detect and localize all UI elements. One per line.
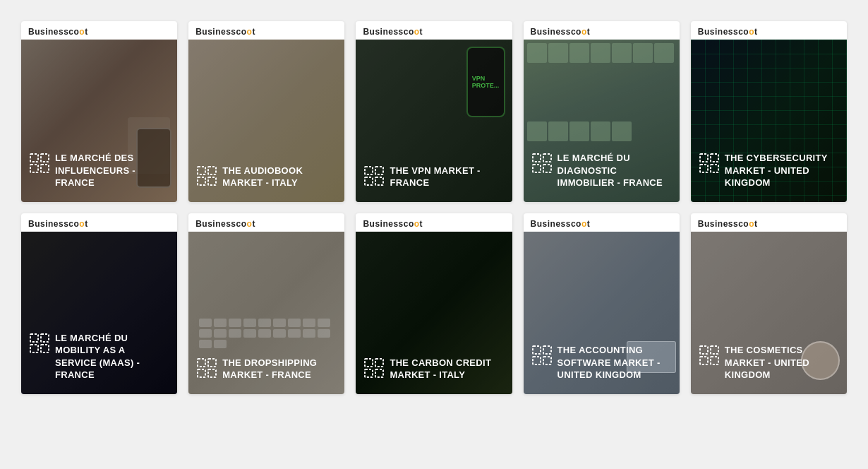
svg-rect-3 xyxy=(41,165,49,172)
card-category-icon xyxy=(197,166,217,189)
svg-rect-10 xyxy=(365,177,373,185)
svg-rect-0 xyxy=(30,154,38,162)
svg-rect-38 xyxy=(700,357,708,364)
svg-rect-1 xyxy=(41,154,49,162)
card-title-block: THE DROPSHIPPING MARKET - FRANCE xyxy=(197,357,336,381)
card-category-icon xyxy=(364,358,384,381)
svg-rect-28 xyxy=(365,359,373,367)
card-title: LE MARCHÉ DU DIAGNOSTIC IMMOBILIER - FRA… xyxy=(557,152,671,189)
card-title: THE AUDIOBOOK MARKET - ITALY xyxy=(222,165,336,189)
card-logo: Businesscoot xyxy=(524,213,680,232)
card-category-icon xyxy=(364,166,384,189)
svg-rect-14 xyxy=(533,165,541,172)
card-logo: Businesscoot xyxy=(691,213,847,232)
card-image: LE MARCHÉ DU MOBILITY AS A SERVICE (MAAS… xyxy=(21,232,177,394)
svg-rect-9 xyxy=(375,167,383,174)
card-logo: Businesscoot xyxy=(356,21,512,40)
card-title-block: LE MARCHÉ DES INFLUENCEURS - FRANCE xyxy=(30,152,169,189)
card-image: VPNPROTE... THE VPN MARKET - FRANCE xyxy=(356,40,512,202)
card-title: THE COSMETICS MARKET - UNITED KINGDOM xyxy=(725,344,838,381)
card-title: THE ACCOUNTING SOFTWARE MARKET - UNITED … xyxy=(557,344,671,381)
card-logo: Businesscoot xyxy=(356,213,512,232)
svg-rect-2 xyxy=(30,165,38,172)
card-title-block: THE VPN MARKET - FRANCE xyxy=(364,165,503,189)
card-title-block: THE CARBON CREDIT MARKET - ITALY xyxy=(364,357,503,381)
svg-rect-20 xyxy=(30,334,38,342)
card-carbon[interactable]: Businesscoot THE CARBON CREDIT MARKET - … xyxy=(356,213,512,394)
svg-rect-16 xyxy=(700,154,708,162)
card-image: LE MARCHÉ DES INFLUENCEURS - FRANCE xyxy=(21,40,177,202)
card-audiobook[interactable]: Businesscoot THE AUDIOBOOK MARKET - ITAL… xyxy=(188,21,344,202)
svg-rect-8 xyxy=(365,167,373,174)
card-category-icon xyxy=(699,345,719,368)
svg-rect-27 xyxy=(208,369,216,377)
svg-rect-33 xyxy=(543,346,551,354)
card-image: THE CARBON CREDIT MARKET - ITALY xyxy=(356,232,512,394)
card-title: THE CARBON CREDIT MARKET - ITALY xyxy=(390,357,503,381)
card-title: THE DROPSHIPPING MARKET - FRANCE xyxy=(222,357,336,381)
card-title-block: THE ACCOUNTING SOFTWARE MARKET - UNITED … xyxy=(532,344,671,381)
svg-rect-36 xyxy=(700,346,708,354)
svg-rect-25 xyxy=(208,359,216,367)
card-image: THE CYBERSECURITY MARKET - UNITED KINGDO… xyxy=(691,40,847,202)
svg-rect-7 xyxy=(208,177,216,185)
card-accounting[interactable]: Businesscoot THE ACCOUNTING SOFTWARE MAR… xyxy=(524,213,680,394)
card-title: LE MARCHÉ DU MOBILITY AS A SERVICE (MAAS… xyxy=(55,332,169,381)
card-influenceurs[interactable]: Businesscoot LE MARCHÉ DES INFLUENCEURS … xyxy=(21,21,177,202)
card-category-icon xyxy=(532,153,552,176)
card-title: THE VPN MARKET - FRANCE xyxy=(390,165,503,189)
svg-rect-31 xyxy=(375,369,383,377)
card-category-icon xyxy=(197,358,217,381)
cards-grid: Businesscoot LE MARCHÉ DES INFLUENCEURS … xyxy=(14,14,854,401)
card-title-block: LE MARCHÉ DU MOBILITY AS A SERVICE (MAAS… xyxy=(30,332,169,381)
svg-rect-4 xyxy=(198,167,205,174)
card-category-icon xyxy=(532,345,552,368)
card-logo: Businesscoot xyxy=(691,21,847,40)
svg-rect-37 xyxy=(711,346,718,354)
svg-rect-17 xyxy=(711,154,718,162)
svg-rect-35 xyxy=(543,357,551,364)
card-cybersecurity[interactable]: Businesscoot THE CYBERSECURITY MARKET - … xyxy=(691,21,847,202)
card-logo: Businesscoot xyxy=(188,21,344,40)
card-image: THE AUDIOBOOK MARKET - ITALY xyxy=(188,40,344,202)
card-image: LE MARCHÉ DU DIAGNOSTIC IMMOBILIER - FRA… xyxy=(524,40,680,202)
card-logo: Businesscoot xyxy=(524,21,680,40)
card-title: LE MARCHÉ DES INFLUENCEURS - FRANCE xyxy=(55,152,169,189)
svg-rect-21 xyxy=(41,334,49,342)
svg-rect-13 xyxy=(543,154,551,162)
svg-rect-23 xyxy=(41,345,49,352)
card-diagnostic[interactable]: Businesscoot LE MARCHÉ DU DIAGNOSTIC IMM… xyxy=(524,21,680,202)
svg-rect-26 xyxy=(198,369,205,377)
svg-rect-15 xyxy=(543,165,551,172)
card-title-block: THE AUDIOBOOK MARKET - ITALY xyxy=(197,165,336,189)
svg-rect-11 xyxy=(375,177,383,185)
card-logo: Businesscoot xyxy=(21,21,177,40)
svg-rect-29 xyxy=(375,359,383,367)
svg-rect-6 xyxy=(198,177,205,185)
svg-rect-32 xyxy=(533,346,541,354)
svg-rect-12 xyxy=(533,154,541,162)
card-category-icon xyxy=(30,153,49,176)
svg-rect-30 xyxy=(365,369,373,377)
card-title: THE CYBERSECURITY MARKET - UNITED KINGDO… xyxy=(725,152,838,189)
svg-rect-34 xyxy=(533,357,541,364)
card-vpn[interactable]: BusinesscootVPNPROTE... THE VPN MARKET -… xyxy=(356,21,512,202)
svg-rect-39 xyxy=(711,357,718,364)
svg-rect-19 xyxy=(711,165,718,172)
card-logo: Businesscoot xyxy=(188,213,344,232)
card-title-block: THE COSMETICS MARKET - UNITED KINGDOM xyxy=(699,344,838,381)
svg-rect-22 xyxy=(30,345,38,352)
card-title-block: LE MARCHÉ DU DIAGNOSTIC IMMOBILIER - FRA… xyxy=(532,152,671,189)
card-mobility[interactable]: Businesscoot LE MARCHÉ DU MOBILITY AS A … xyxy=(21,213,177,394)
card-image: THE ACCOUNTING SOFTWARE MARKET - UNITED … xyxy=(524,232,680,394)
svg-rect-5 xyxy=(208,167,216,174)
svg-rect-18 xyxy=(700,165,708,172)
card-title-block: THE CYBERSECURITY MARKET - UNITED KINGDO… xyxy=(699,152,838,189)
card-logo: Businesscoot xyxy=(21,213,177,232)
card-category-icon xyxy=(30,333,49,356)
card-dropshipping[interactable]: Businesscoot THE DROPSHIPPING MARKET - F… xyxy=(188,213,344,394)
card-cosmetics[interactable]: Businesscoot THE COSMETICS MARKET - UNIT… xyxy=(691,213,847,394)
card-image: THE COSMETICS MARKET - UNITED KINGDOM xyxy=(691,232,847,394)
card-category-icon xyxy=(699,153,719,176)
card-image: THE DROPSHIPPING MARKET - FRANCE xyxy=(188,232,344,394)
